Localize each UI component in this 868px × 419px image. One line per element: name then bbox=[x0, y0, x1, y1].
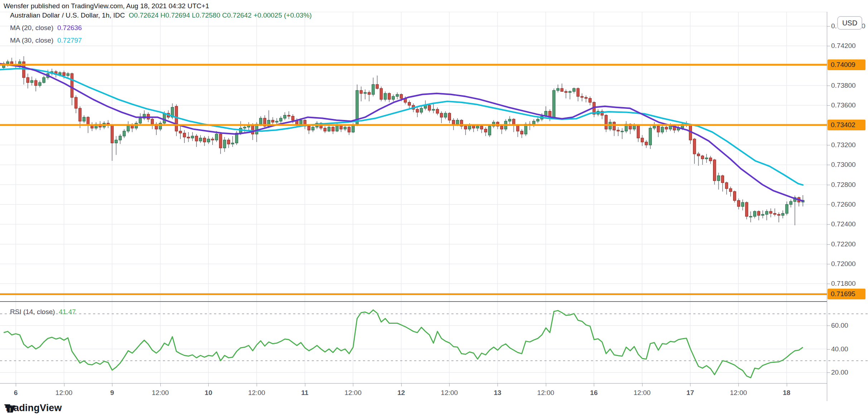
axis-tick bbox=[827, 349, 830, 350]
time-tick-label: 12 bbox=[397, 389, 405, 397]
price-level-label: 0.74009 bbox=[828, 59, 865, 70]
time-axis-tick bbox=[449, 383, 450, 386]
legend-ma30-row[interactable]: MA (30, close) 0.72797 bbox=[10, 37, 82, 44]
axis-tick bbox=[827, 86, 830, 86]
axis-tick bbox=[827, 284, 830, 284]
price-tick-label: 0.74200 bbox=[831, 42, 856, 50]
price-tick-label: 0.73000 bbox=[831, 161, 856, 169]
time-tick-label: 18 bbox=[783, 389, 790, 397]
watermark: Wensfer published on TradingView.com, Au… bbox=[4, 2, 209, 10]
axis-tick bbox=[827, 204, 830, 205]
legend-rsi-row[interactable]: RSI (14, close) 41.47 bbox=[10, 308, 76, 316]
rsi-tick-label: 60.00 bbox=[831, 322, 848, 329]
time-tick-label: 12:00 bbox=[344, 389, 362, 397]
ma30-value: 0.72797 bbox=[57, 37, 82, 44]
rsi-pane[interactable] bbox=[0, 302, 827, 383]
time-tick-label: 12:00 bbox=[55, 389, 73, 397]
tradingview-chart-window: Wensfer published on TradingView.com, Au… bbox=[0, 0, 868, 419]
time-tick-label: 12:00 bbox=[634, 389, 651, 397]
price-level-label: 0.71695 bbox=[828, 289, 865, 299]
pane-separator-handle[interactable] bbox=[0, 301, 827, 302]
currency-toggle-button[interactable]: USD bbox=[837, 16, 862, 30]
axis-tick bbox=[827, 372, 830, 373]
time-axis-tick bbox=[64, 383, 64, 386]
time-axis[interactable] bbox=[0, 384, 827, 401]
rsi-tick-label: 40.00 bbox=[831, 345, 848, 353]
axis-tick bbox=[827, 165, 830, 165]
time-axis-tick bbox=[353, 383, 353, 386]
time-axis-tick bbox=[208, 383, 209, 386]
time-tick-label: 12:00 bbox=[537, 389, 554, 397]
axis-tick bbox=[827, 244, 830, 245]
time-tick-label: 17 bbox=[687, 389, 694, 397]
time-axis-tick bbox=[498, 383, 498, 386]
time-axis-tick bbox=[401, 383, 402, 386]
time-axis-tick bbox=[690, 383, 690, 386]
time-tick-label: 13 bbox=[494, 389, 501, 397]
price-tick-label: 0.73800 bbox=[831, 82, 856, 90]
ohlc-values: O0.72624 H0.72694 L0.72580 C0.72642 +0.0… bbox=[129, 11, 312, 19]
time-axis-tick bbox=[738, 383, 739, 386]
price-tick-label: 0.72000 bbox=[831, 260, 856, 268]
time-axis-tick bbox=[594, 383, 594, 386]
price-tick-label: 0.71800 bbox=[831, 280, 856, 288]
time-axis-tick bbox=[160, 383, 161, 386]
time-axis-tick bbox=[546, 383, 546, 386]
axis-tick bbox=[827, 185, 830, 185]
price-tick-label: 0.73200 bbox=[831, 141, 856, 149]
price-tick-label: 0.72800 bbox=[831, 181, 856, 189]
legend-symbol-row[interactable]: Australian Dollar / U.S. Dollar, 1h, IDC… bbox=[10, 11, 312, 19]
time-tick-label: 9 bbox=[110, 389, 114, 397]
time-tick-label: 10 bbox=[205, 389, 212, 397]
ma30-label: MA (30, close) bbox=[10, 37, 53, 44]
ma20-value: 0.72636 bbox=[57, 24, 82, 32]
time-axis-tick bbox=[257, 383, 257, 386]
time-tick-label: 12:00 bbox=[730, 389, 747, 397]
time-axis-tick bbox=[787, 383, 787, 386]
axis-tick bbox=[827, 326, 830, 326]
time-axis-tick bbox=[16, 383, 16, 386]
axis-tick bbox=[827, 105, 830, 106]
axis-tick bbox=[827, 224, 830, 225]
time-tick-label: 6 bbox=[14, 389, 18, 397]
price-tick-label: 0.72400 bbox=[831, 220, 856, 228]
tradingview-logo-text: TradingView bbox=[4, 403, 62, 414]
rsi-value: 41.47 bbox=[59, 308, 76, 316]
legend-ma20-row[interactable]: MA (20, close) 0.72636 bbox=[10, 24, 82, 32]
time-tick-label: 12:00 bbox=[441, 389, 458, 397]
time-axis-tick bbox=[305, 383, 305, 386]
price-tick-label: 0.72200 bbox=[831, 240, 856, 248]
axis-tick bbox=[827, 26, 830, 27]
time-tick-label: 11 bbox=[301, 389, 309, 397]
rsi-tick-label: 20.00 bbox=[831, 369, 848, 376]
price-pane[interactable] bbox=[0, 12, 827, 301]
time-tick-label: 12:00 bbox=[248, 389, 265, 397]
price-tick-label: 0.72600 bbox=[831, 201, 856, 208]
rsi-label: RSI (14, close) bbox=[10, 308, 55, 316]
ma20-label: MA (20, close) bbox=[10, 24, 53, 32]
symbol-title: Australian Dollar / U.S. Dollar, 1h, IDC bbox=[10, 11, 125, 19]
price-level-label: 0.73402 bbox=[828, 120, 865, 130]
time-axis-tick bbox=[642, 383, 642, 386]
axis-tick bbox=[827, 145, 830, 145]
time-axis-tick bbox=[112, 383, 112, 386]
axis-tick bbox=[827, 264, 830, 264]
price-tick-label: 0.73600 bbox=[831, 101, 856, 109]
tradingview-logo[interactable]: TradingView bbox=[4, 403, 62, 414]
time-tick-label: 16 bbox=[590, 389, 598, 397]
time-tick-label: 12:00 bbox=[152, 389, 169, 397]
axis-tick bbox=[827, 46, 830, 46]
